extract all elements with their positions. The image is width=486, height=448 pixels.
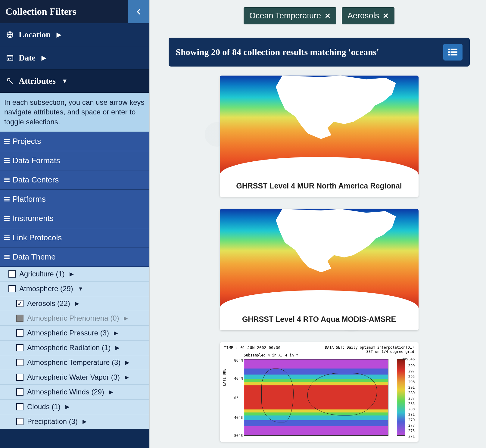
tree-item-atm-phenomena: Atmospheric Phenomena (0) ▶ <box>0 311 149 326</box>
calendar-icon <box>5 54 14 62</box>
tree-item-atm-temperature[interactable]: Atmospheric Temperature (3) ▶ <box>0 355 149 370</box>
arrow-left-icon <box>134 8 143 16</box>
tree-item-label: Atmospheric Radiation (1) <box>27 344 111 352</box>
tree-item-clouds[interactable]: Clouds (1) ▶ <box>0 400 149 414</box>
tag-aerosols[interactable]: Aerosols ✕ <box>342 7 394 24</box>
subsection-data-formats[interactable]: Data Formats <box>0 151 149 170</box>
cbtick: 275 <box>408 429 415 433</box>
list-icon <box>4 197 10 201</box>
result-card[interactable]: GHRSST Level 4 MUR North America Regiona… <box>220 76 419 197</box>
chevron-right-icon: ▶ <box>70 271 74 277</box>
plot-dataset-label: DATA SET: Daily optimum interpolation(OI… <box>325 345 414 354</box>
svg-rect-3 <box>10 58 11 59</box>
filter-location[interactable]: Location ▶ <box>0 23 149 46</box>
tree-item-label: Atmospheric Temperature (3) <box>27 358 120 367</box>
svg-rect-2 <box>8 58 9 59</box>
tree-item-atm-pressure[interactable]: Atmospheric Pressure (3) ▶ <box>0 326 149 341</box>
tree-item-label: Clouds (1) <box>27 403 61 411</box>
filter-attributes[interactable]: Attributes ▼ <box>0 70 149 93</box>
collapse-sidebar-button[interactable] <box>128 0 149 23</box>
checkbox[interactable] <box>16 403 23 410</box>
cbtick: 305.46 <box>402 357 415 361</box>
subsection-platforms[interactable]: Platforms <box>0 190 149 209</box>
active-filter-tags: Ocean Temperature ✕ Aerosols ✕ <box>244 7 394 24</box>
filter-attributes-label: Attributes <box>19 76 56 86</box>
tree-item-agriculture[interactable]: Agriculture (1) ▶ <box>0 267 149 282</box>
subsection-label: Data Formats <box>13 156 60 165</box>
ytick: 40°S <box>234 415 243 420</box>
checkbox[interactable] <box>16 329 23 337</box>
cbtick: 279 <box>408 418 415 422</box>
attributes-help-text: In each subsection, you can use arrow ke… <box>0 93 149 132</box>
plot-subsample-label: Subsampled 4 in X, 4 in Y <box>244 353 298 357</box>
cbtick: 299 <box>408 364 415 368</box>
globe-icon <box>5 31 14 39</box>
svg-rect-4 <box>8 59 9 60</box>
tree-item-precipitation[interactable]: Precipitation (3) ▶ <box>0 414 149 429</box>
checkbox[interactable] <box>8 285 16 292</box>
subsection-data-centers[interactable]: Data Centers <box>0 170 149 190</box>
filter-location-label: Location <box>19 30 51 39</box>
plot-dataset-line1: DATA SET: Daily optimum interpolation(OI… <box>325 345 414 350</box>
chevron-right-icon: ▶ <box>115 344 120 351</box>
tree-item-atm-water-vapor[interactable]: Atmospheric Water Vapor (3) ▶ <box>0 370 149 385</box>
result-title: GHRSST Level 4 RTO Aqua MODIS-AMSRE <box>220 308 419 330</box>
tag-label: Aerosols <box>347 11 379 20</box>
cbtick: 297 <box>408 369 415 373</box>
checkbox[interactable] <box>16 374 23 381</box>
result-card[interactable]: GHRSST Level 4 RTO Aqua MODIS-AMSRE <box>220 209 419 330</box>
chevron-down-icon: ▼ <box>62 78 68 85</box>
close-icon[interactable]: ✕ <box>325 12 331 20</box>
checkbox-checked[interactable] <box>16 300 23 307</box>
chevron-right-icon: ▶ <box>125 359 129 366</box>
sidebar-header: Collection Filters <box>0 0 149 23</box>
cbtick: 293 <box>408 380 415 384</box>
subsection-link-protocols[interactable]: Link Protocols <box>0 228 149 247</box>
chevron-right-icon: ▶ <box>42 54 46 61</box>
ytick: 80°S <box>234 434 243 438</box>
tree-item-atmosphere[interactable]: Atmosphere (29) ▼ <box>0 282 149 296</box>
close-icon[interactable]: ✕ <box>383 12 389 20</box>
tag-label: Ocean Temperature <box>249 11 321 20</box>
result-card[interactable]: TIME : 01-JUN-2002 00:00 DATA SET: Daily… <box>220 342 419 442</box>
svg-point-5 <box>7 78 10 81</box>
checkbox[interactable] <box>16 359 23 366</box>
result-thumbnail: TIME : 01-JUN-2002 00:00 DATA SET: Daily… <box>220 342 419 442</box>
list-icon <box>448 48 457 56</box>
cbtick: 295 <box>408 375 415 379</box>
results-header: Showing 20 of 84 collection results matc… <box>169 38 470 67</box>
tree-item-atm-winds[interactable]: Atmospheric Winds (29) ▶ <box>0 385 149 400</box>
cbtick: 277 <box>408 423 415 428</box>
checkbox[interactable] <box>16 418 23 425</box>
subsection-label: Link Protocols <box>13 233 62 242</box>
tree-item-label: Atmospheric Winds (29) <box>27 388 104 396</box>
filter-date-label: Date <box>19 53 36 63</box>
tree-item-label: Agriculture (1) <box>19 270 65 278</box>
cbtick: 283 <box>408 407 415 411</box>
tree-item-aerosols[interactable]: Aerosols (22) ▶ <box>0 296 149 311</box>
cbtick: 271 <box>408 434 415 438</box>
subsection-data-theme[interactable]: Data Theme <box>0 247 149 267</box>
checkbox[interactable] <box>16 388 23 396</box>
svg-rect-10 <box>448 54 450 55</box>
tag-ocean-temperature[interactable]: Ocean Temperature ✕ <box>244 7 336 24</box>
list-icon <box>4 158 10 163</box>
svg-rect-9 <box>450 51 457 53</box>
subsection-instruments[interactable]: Instruments <box>0 209 149 228</box>
checkbox[interactable] <box>8 270 16 278</box>
subsection-projects[interactable]: Projects <box>0 132 149 151</box>
list-view-button[interactable] <box>443 44 463 61</box>
svg-rect-6 <box>448 49 450 50</box>
chevron-right-icon: ▶ <box>57 31 61 38</box>
checkbox[interactable] <box>16 344 23 351</box>
result-title: GHRSST Level 4 MUR North America Regiona… <box>220 175 419 197</box>
tree-item-atm-radiation[interactable]: Atmospheric Radiation (1) ▶ <box>0 341 149 355</box>
results-panel: Ocean Temperature ✕ Aerosols ✕ Showing 2… <box>149 0 486 448</box>
filter-date[interactable]: Date ▶ <box>0 46 149 70</box>
chevron-right-icon: ▶ <box>124 315 128 322</box>
plot-area <box>244 359 388 436</box>
svg-rect-8 <box>448 51 450 53</box>
filters-sidebar: Collection Filters Location ▶ Date ▶ Att… <box>0 0 149 448</box>
list-icon <box>4 255 10 259</box>
results-count-text: Showing 20 of 84 collection results matc… <box>176 47 379 57</box>
